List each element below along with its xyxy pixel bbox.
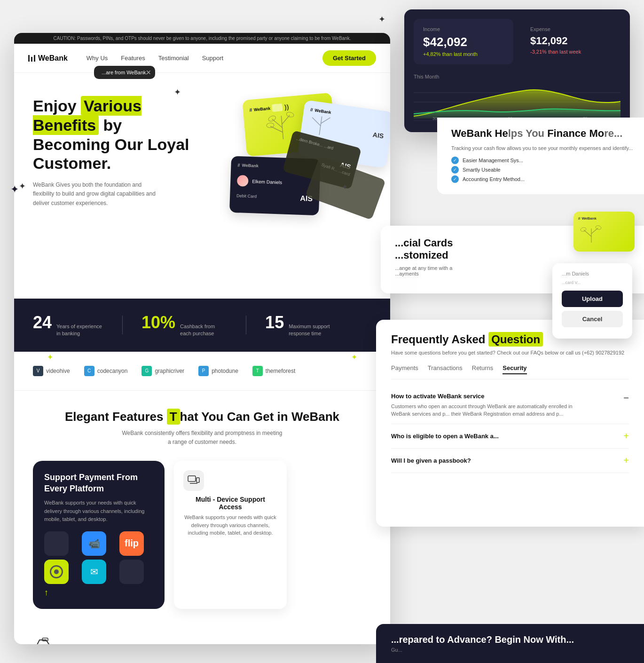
svg-line-9 — [321, 117, 330, 125]
finance-item-1: ✓ Easier Management Sys... — [451, 157, 644, 164]
scooter-area — [14, 628, 390, 644]
navbar: WeBank Why Us Features Testimonial Suppo… — [14, 44, 390, 73]
faq-question-1: How to activate WeBank service — [391, 393, 618, 400]
star-decoration-2: ✦ — [19, 181, 26, 191]
brands-section: V videohive C codecanyon G graphicriver … — [14, 352, 390, 391]
photodune-icon: P — [198, 366, 209, 376]
check-icon-2: ✓ — [451, 166, 459, 174]
faq-toggle-1[interactable]: − — [623, 393, 629, 403]
svg-line-7 — [319, 117, 322, 135]
app-icon-empty-2 — [119, 560, 144, 584]
dashboard-card: Income $42,092 +4,82% than last month Ex… — [404, 9, 630, 132]
stat-divider-1 — [122, 316, 123, 334]
finance-item-2: ✓ Smartly Useable — [451, 166, 644, 174]
stat-experience: 24 Years of experience in banking — [33, 313, 103, 338]
svg-rect-10 — [188, 476, 196, 481]
income-box: Income $42,092 +4,82% than last month — [414, 19, 513, 64]
faq-item-1: How to activate WeBank service Customers… — [391, 387, 629, 424]
card-logo-2: // WeBank — [237, 163, 259, 168]
tooltip-overlay: ...are from WeBank. ✕ — [94, 66, 155, 79]
finance-section: WeBank Helps You Finance More... Trackin… — [437, 118, 644, 194]
svg-rect-11 — [196, 478, 199, 482]
star-left-1: ✦ — [10, 183, 19, 196]
finance-list: ✓ Easier Management Sys... ✓ Smartly Use… — [451, 157, 644, 183]
income-expense-row: Income $42,092 +4,82% than last month Ex… — [404, 9, 630, 74]
modal-person-name: ...m Daniels — [562, 271, 623, 276]
nav-support[interactable]: Support — [202, 55, 224, 62]
mini-card-logo: // WeBank — [578, 216, 630, 221]
expense-change: -3,21% than last week — [530, 49, 611, 55]
mini-card-plant — [578, 221, 604, 243]
app-icon-flip: flip — [119, 531, 144, 556]
hero-text: Enjoy Various Benefits by Becoming Our L… — [33, 96, 202, 208]
check-icon-3: ✓ — [451, 175, 459, 183]
income-chart: 30 60 70 — [414, 83, 620, 121]
upload-modal: ...m Daniels ...card V... Upload Cancel — [552, 263, 632, 339]
card-owner: Elkem Daniels — [237, 175, 314, 189]
cancel-button[interactable]: Cancel — [562, 311, 623, 327]
feature-cards-container: Support Payment From Every Platform WeBa… — [33, 461, 371, 609]
tab-payments[interactable]: Payments — [391, 364, 418, 374]
videohive-icon: V — [33, 366, 43, 376]
app-icon-msg: ✉ — [82, 560, 106, 584]
svg-line-1 — [272, 118, 283, 128]
modal-card-ref: ...card V... — [562, 280, 623, 285]
caution-text: CAUTION: Passwords, PINs, and OTPs shoul… — [54, 36, 351, 41]
star-right-1: ✦ — [378, 14, 385, 24]
income-label: Income — [423, 26, 504, 32]
brand-videohive: V videohive — [33, 366, 70, 376]
tab-transactions[interactable]: Transactions — [428, 364, 463, 374]
check-icon-1: ✓ — [451, 157, 459, 164]
stats-bar: 24 Years of experience in banking 10% Ca… — [14, 299, 390, 352]
nav-testimonial[interactable]: Testimonial — [158, 55, 189, 62]
tab-security[interactable]: Security — [503, 364, 526, 374]
features-heading: Elegant Features That You Can Get in WeB… — [33, 410, 371, 424]
tooltip-close-icon[interactable]: ✕ — [146, 69, 151, 76]
device-icon — [183, 470, 204, 491]
codecanyon-icon: C — [84, 366, 94, 376]
hero-heading: Enjoy Various Benefits by Becoming Our L… — [33, 96, 202, 173]
faq-item-2: Who is eligible to open a WeBank a... + — [391, 424, 629, 449]
hero-cards: // WeBank )) — [216, 82, 390, 280]
nav-links: Why Us Features Testimonial Support — [86, 55, 322, 62]
features-subtext: WeBank consistently offers flexibility a… — [120, 429, 284, 447]
expense-label: Expense — [530, 26, 611, 32]
star-decoration-1: ✦ — [174, 87, 181, 97]
app-icon-empty-1 — [44, 531, 69, 556]
graphicriver-icon: G — [141, 366, 152, 376]
hero-section: Enjoy Various Benefits by Becoming Our L… — [14, 73, 390, 299]
faq-tabs: Payments Transactions Returns Security — [391, 364, 629, 379]
app-icon-zoom: 📹 — [82, 531, 106, 556]
cursor-indicator: ↑ — [44, 588, 153, 598]
scooter-icon — [33, 635, 54, 644]
star-right-2: ✦ — [351, 353, 357, 362]
finance-title: WeBank Helps You Finance More... — [451, 127, 644, 141]
themeforest-icon: T — [252, 366, 263, 376]
features-section: Elegant Features That You Can Get in WeB… — [14, 391, 390, 628]
cta-bottom-panel: ...repared to Advance? Begin Now With...… — [376, 624, 644, 663]
device-svg — [187, 475, 200, 486]
star-left-2: ✦ — [47, 353, 53, 362]
faq-panel: Frequently Asked Question Have some ques… — [376, 320, 644, 527]
brand-photodune: P photodune — [198, 366, 238, 376]
star-mid: ✦ — [342, 182, 348, 191]
plant-decoration-2 — [305, 108, 337, 137]
nav-features[interactable]: Features — [121, 55, 145, 62]
faq-item-1-content: How to activate WeBank service Customers… — [391, 393, 618, 418]
nav-why-us[interactable]: Why Us — [86, 55, 108, 62]
feature-payment-title: Support Payment From Every Platform — [44, 472, 153, 494]
svg-line-0 — [281, 116, 283, 139]
brand-name: WeBank — [38, 54, 68, 63]
faq-answer-1: Customers who open an account through We… — [391, 403, 579, 418]
faq-question-3: Will I be given a passbook? — [391, 457, 471, 464]
tab-returns[interactable]: Returns — [472, 364, 494, 374]
faq-toggle-2[interactable]: + — [623, 431, 629, 442]
app-icon-circle — [44, 560, 69, 584]
faq-toggle-3[interactable]: + — [623, 455, 629, 466]
upload-button[interactable]: Upload — [562, 291, 623, 307]
feature-card-multidevice: Multi - Device Support Access WeBank sup… — [174, 461, 287, 609]
brand-graphicriver: G graphicriver — [141, 366, 184, 376]
cta-subtitle: Gu... — [391, 647, 629, 653]
get-started-button[interactable]: Get Started — [322, 50, 376, 66]
hero-subtext: WeBank Gives you both the foundation and… — [33, 181, 160, 208]
